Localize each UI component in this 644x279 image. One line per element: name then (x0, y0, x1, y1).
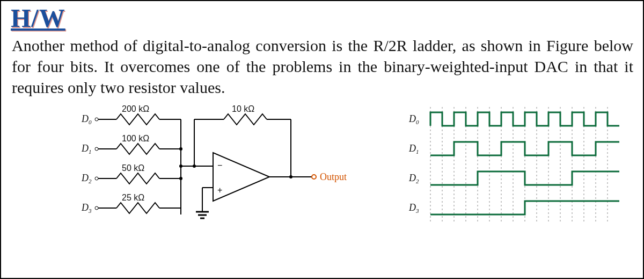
timing-svg: D0 D1 D2 D3 (398, 104, 624, 228)
timing-label-d1: D1 (408, 143, 419, 155)
input-label-d3: D3 (81, 202, 92, 214)
schematic-block: D0 200 kΩ D1 100 kΩ D2 (65, 104, 377, 235)
input-row-d1: D1 100 kΩ (81, 134, 182, 155)
resistor-icon (116, 173, 159, 184)
feedback-resistor-value: 10 kΩ (232, 104, 254, 113)
resistor-value-d1: 100 kΩ (122, 134, 149, 143)
waveform-d2 (430, 171, 619, 185)
input-terminal-d3 (95, 206, 98, 210)
resistor-value-d0: 200 kΩ (122, 104, 149, 113)
input-terminal-d0 (95, 118, 98, 121)
timing-label-d3: D3 (408, 202, 419, 214)
svg-point-4 (179, 147, 182, 151)
timing-label-d2: D2 (408, 173, 419, 184)
input-terminal-d1 (95, 147, 98, 151)
resistor-value-d3: 25 kΩ (122, 193, 144, 202)
input-label-d0: D0 (81, 113, 92, 125)
timing-label-d0: D0 (408, 113, 419, 125)
waveform-d3 (430, 201, 619, 214)
input-row-d0: D0 200 kΩ (81, 104, 181, 125)
timing-block: D0 D1 D2 D3 (398, 104, 624, 235)
output-label: Output (320, 171, 347, 182)
waveform-d0 (430, 112, 619, 126)
input-label-d1: D1 (81, 143, 92, 155)
resistor-icon (116, 203, 159, 213)
resistor-value-d2: 50 kΩ (122, 163, 144, 173)
body-paragraph: Another method of digital-to-analog conv… (1, 33, 643, 102)
schematic-svg: D0 200 kΩ D1 100 kΩ D2 (65, 104, 366, 233)
figure-area: D0 200 kΩ D1 100 kΩ D2 (1, 102, 643, 235)
page-title: H/W (1, 1, 75, 33)
svg-point-7 (179, 177, 182, 180)
resistor-icon (116, 144, 159, 154)
input-terminal-d2 (95, 177, 98, 180)
input-label-d2: D2 (81, 173, 92, 184)
input-row-d3: D3 25 kΩ (81, 193, 181, 214)
output-terminal (312, 175, 316, 179)
opamp-minus: − (217, 161, 222, 170)
input-row-d2: D2 50 kΩ (81, 163, 182, 184)
resistor-icon (116, 114, 159, 125)
opamp-plus: + (217, 185, 222, 195)
timing-grid (430, 107, 608, 223)
waveform-d1 (430, 142, 619, 155)
feedback-resistor-icon (224, 114, 267, 125)
